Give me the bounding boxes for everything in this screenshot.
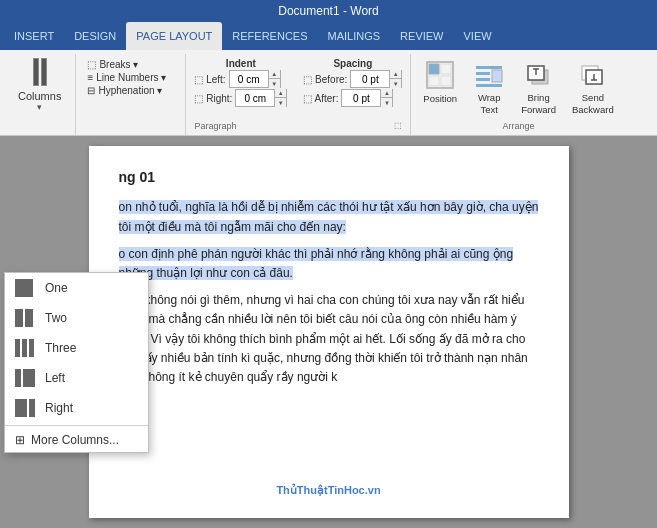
tab-page-layout[interactable]: PAGE LAYOUT	[126, 22, 222, 50]
send-backward-icon	[577, 59, 609, 90]
columns-left-preview	[15, 369, 37, 387]
position-label: Position	[423, 93, 457, 104]
tab-view[interactable]: VIEW	[454, 22, 502, 50]
columns-dropdown[interactable]: One Two Three Left	[4, 272, 149, 453]
bring-forward-icon	[523, 59, 555, 90]
indent-left-up[interactable]: ▲	[268, 70, 280, 79]
spacing-label: Spacing	[303, 58, 402, 69]
bring-forward-button[interactable]: BringForward	[515, 56, 562, 118]
wrap-text-button[interactable]: WrapText	[467, 56, 511, 118]
svg-rect-6	[476, 72, 490, 75]
columns-one-item[interactable]: One	[5, 273, 148, 303]
svg-rect-1	[429, 64, 439, 74]
spacing-after-input[interactable]: ▲ ▼	[341, 89, 393, 107]
columns-group-label	[12, 133, 67, 135]
tab-review[interactable]: REVIEW	[390, 22, 453, 50]
columns-icon	[33, 58, 47, 86]
svg-rect-7	[492, 70, 502, 82]
tab-references[interactable]: REFERENCES	[222, 22, 317, 50]
columns-right-item[interactable]: Right	[5, 393, 148, 423]
document-page: ng 01 on nhỏ tuổi, nghĩa là hồi dễ bị nh…	[89, 146, 569, 518]
ribbon: Columns ▾ ⬚ Breaks ▾ ≡ Line Numbers ▾ ⊟ …	[0, 50, 657, 136]
more-columns-label: More Columns...	[31, 433, 119, 447]
position-button[interactable]: Position	[417, 56, 463, 118]
doc-para-3: Ông không nói gì thêm, nhưng vì hai cha …	[119, 291, 539, 387]
doc-heading: ng 01	[119, 166, 539, 188]
indent-left-label: ⬚ Left:	[194, 74, 225, 85]
wrap-text-icon	[473, 59, 505, 90]
svg-rect-9	[476, 84, 502, 87]
svg-rect-4	[441, 76, 451, 86]
page-setup-label	[84, 129, 177, 131]
document-area: One Two Three Left	[0, 136, 657, 528]
indent-right-input[interactable]: ▲ ▼	[235, 89, 287, 107]
wrap-text-label: WrapText	[478, 92, 501, 115]
columns-label: Columns	[18, 90, 61, 102]
columns-one-preview	[15, 279, 37, 297]
doc-para-2: o con định phê phán người khác thì phải …	[119, 245, 539, 283]
doc-para-1: on nhỏ tuổi, nghĩa là hồi dễ bị nhiễm cá…	[119, 198, 539, 236]
indent-left-down[interactable]: ▼	[268, 79, 280, 88]
indent-label: Indent	[194, 58, 287, 69]
spacing-before-input[interactable]: ▲ ▼	[350, 70, 402, 88]
columns-three-preview	[15, 339, 37, 357]
bring-forward-label: BringForward	[521, 92, 556, 115]
title-bar: Document1 - Word	[0, 0, 657, 22]
spacing-after-up[interactable]: ▲	[380, 89, 392, 98]
breaks-button[interactable]: ⬚ Breaks ▾	[84, 58, 177, 71]
columns-button[interactable]: Columns ▾	[12, 54, 67, 116]
send-backward-label: SendBackward	[572, 92, 614, 115]
columns-two-label: Two	[45, 311, 67, 325]
columns-two-item[interactable]: Two	[5, 303, 148, 333]
arrange-label: Arrange	[417, 121, 619, 133]
columns-three-label: Three	[45, 341, 76, 355]
ribbon-tabs: INSERT DESIGN PAGE LAYOUT REFERENCES MAI…	[0, 22, 657, 50]
paragraph-label: Paragraph	[194, 121, 236, 131]
paragraph-expand-icon[interactable]: ⬚	[394, 121, 402, 131]
hyphenation-button[interactable]: ⊟ Hyphenation ▾	[84, 84, 177, 97]
dropdown-divider	[5, 425, 148, 426]
position-icon	[424, 59, 456, 91]
spacing-before-down[interactable]: ▼	[389, 79, 401, 88]
more-columns-item[interactable]: ⊞ More Columns...	[5, 428, 148, 452]
more-columns-icon: ⊞	[15, 433, 25, 447]
columns-right-label: Right	[45, 401, 73, 415]
indent-right-down[interactable]: ▼	[274, 98, 286, 107]
svg-rect-3	[429, 76, 439, 86]
columns-two-preview	[15, 309, 37, 327]
columns-left-item[interactable]: Left	[5, 363, 148, 393]
spacing-before-up[interactable]: ▲	[389, 70, 401, 79]
spacing-before-label: ⬚ Before:	[303, 74, 347, 85]
svg-rect-2	[441, 64, 451, 74]
line-numbers-button[interactable]: ≡ Line Numbers ▾	[84, 71, 177, 84]
indent-left-input[interactable]: ▲ ▼	[229, 70, 281, 88]
tab-mailings[interactable]: MAILINGS	[318, 22, 391, 50]
columns-right-preview	[15, 399, 37, 417]
spacing-after-label: ⬚ After:	[303, 93, 338, 104]
columns-left-label: Left	[45, 371, 65, 385]
spacing-after-down[interactable]: ▼	[380, 98, 392, 107]
watermark: ThủThuậtTinHoc.vn	[276, 482, 380, 500]
columns-three-item[interactable]: Three	[5, 333, 148, 363]
indent-right-up[interactable]: ▲	[274, 89, 286, 98]
svg-rect-8	[476, 78, 490, 81]
title-text: Document1 - Word	[278, 4, 378, 18]
tab-insert[interactable]: INSERT	[4, 22, 64, 50]
indent-right-label: ⬚ Right:	[194, 93, 232, 104]
send-backward-button[interactable]: SendBackward	[566, 56, 620, 118]
svg-rect-5	[476, 66, 502, 69]
columns-one-label: One	[45, 281, 68, 295]
tab-design[interactable]: DESIGN	[64, 22, 126, 50]
